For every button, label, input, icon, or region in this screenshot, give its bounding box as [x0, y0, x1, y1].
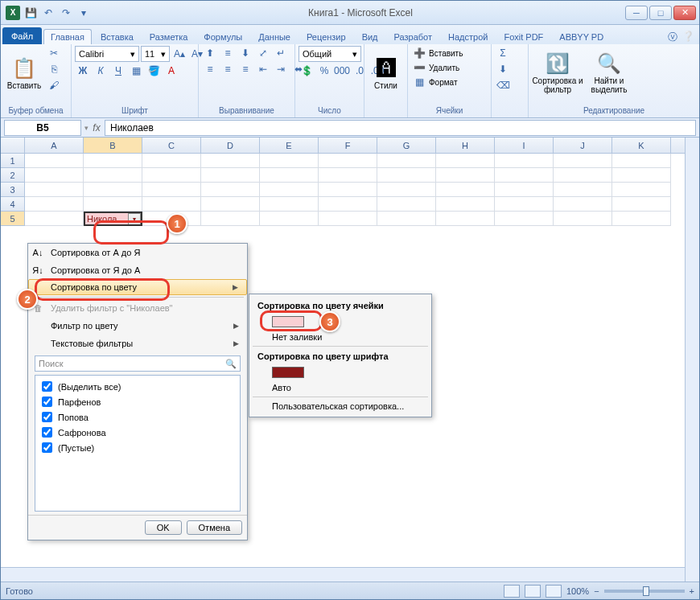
zoom-in-icon[interactable]: + — [690, 586, 694, 596]
cell[interactable] — [554, 183, 612, 197]
copy-icon[interactable]: ⎘ — [46, 62, 62, 76]
cell[interactable] — [201, 212, 260, 226]
col-header[interactable]: E — [260, 138, 319, 153]
indent-dec-icon[interactable]: ⇤ — [255, 62, 271, 76]
cell[interactable] — [495, 183, 554, 197]
cell[interactable] — [377, 212, 436, 226]
cell[interactable] — [260, 197, 319, 212]
currency-icon[interactable]: 💲 — [299, 64, 315, 78]
name-box[interactable]: B5 — [4, 120, 81, 136]
ok-button[interactable]: OK — [145, 520, 182, 535]
custom-sort-item[interactable]: Пользовательская сортировка... — [249, 399, 431, 413]
cell[interactable] — [260, 183, 319, 197]
filter-check-item[interactable]: (Пустые) — [39, 440, 237, 455]
cell[interactable] — [260, 154, 319, 168]
border-icon[interactable]: ▦ — [128, 64, 144, 78]
row-header[interactable]: 4 — [1, 197, 25, 212]
cell[interactable] — [554, 168, 612, 183]
zoom-slider[interactable] — [604, 590, 685, 593]
cell[interactable] — [612, 197, 671, 212]
cell[interactable] — [260, 168, 319, 183]
italic-button[interactable]: К — [93, 64, 109, 78]
cell[interactable] — [495, 154, 554, 168]
filter-search-input[interactable]: Поиск 🔍 — [35, 355, 241, 372]
cell[interactable] — [319, 197, 377, 212]
cell[interactable] — [25, 168, 84, 183]
cell[interactable] — [201, 168, 260, 183]
row-header[interactable]: 2 — [1, 168, 25, 183]
qat-dropdown-icon[interactable]: ▾ — [76, 6, 91, 20]
cell[interactable] — [377, 154, 436, 168]
sort-color-pink[interactable] — [249, 314, 431, 330]
col-header[interactable]: I — [495, 138, 554, 153]
ribbon-minimize-icon[interactable]: ⓥ — [668, 31, 677, 44]
align-left-icon[interactable]: ≡ — [202, 62, 218, 76]
tab-abbyy[interactable]: ABBYY PD — [552, 29, 611, 44]
cell[interactable] — [436, 212, 495, 226]
col-header[interactable]: F — [319, 138, 377, 153]
normal-view-icon[interactable] — [504, 585, 520, 598]
cell[interactable] — [436, 197, 495, 212]
insert-cells-icon[interactable]: ➕ — [411, 46, 427, 60]
tab-formulas[interactable]: Формулы — [196, 29, 249, 44]
font-name-combo[interactable]: Calibri▾ — [75, 46, 139, 62]
col-header[interactable]: A — [25, 138, 84, 153]
clear-icon[interactable]: ⌫ — [495, 78, 511, 92]
delete-cells-icon[interactable]: ➖ — [411, 60, 427, 75]
cell[interactable] — [436, 183, 495, 197]
row-header[interactable]: 3 — [1, 183, 25, 197]
cell[interactable] — [84, 168, 142, 183]
vertical-scrollbar[interactable] — [685, 138, 699, 582]
tab-developer[interactable]: Разработ — [387, 29, 439, 44]
col-header[interactable]: G — [377, 138, 436, 153]
cell[interactable]: Никола▾ — [84, 212, 142, 226]
sort-by-color-item[interactable]: Сортировка по цвету ▶ — [28, 279, 247, 295]
filter-by-color-item[interactable]: Фильтр по цвету ▶ — [28, 317, 247, 335]
grow-font-icon[interactable]: A▴ — [171, 47, 187, 61]
cell[interactable] — [377, 168, 436, 183]
filter-dropdown-button[interactable]: ▾ — [128, 213, 141, 225]
percent-icon[interactable]: % — [316, 64, 332, 78]
sort-color-darkred[interactable] — [249, 364, 431, 380]
cell[interactable] — [554, 212, 612, 226]
sort-no-fill[interactable]: Нет заливки — [249, 330, 431, 344]
close-button[interactable]: ✕ — [673, 6, 696, 20]
sort-filter-button[interactable]: 🔃 Сортировка и фильтр — [532, 46, 583, 99]
col-header[interactable]: D — [201, 138, 260, 153]
tab-review[interactable]: Рецензир — [299, 29, 353, 44]
sort-auto[interactable]: Авто — [249, 380, 431, 395]
cell[interactable] — [495, 197, 554, 212]
cell[interactable] — [319, 183, 377, 197]
cell[interactable] — [377, 197, 436, 212]
filter-check-item[interactable]: Сафронова — [39, 425, 237, 440]
find-select-button[interactable]: 🔍 Найти и выделить — [585, 46, 633, 99]
cell[interactable] — [25, 183, 84, 197]
cell[interactable] — [436, 168, 495, 183]
tab-view[interactable]: Вид — [355, 29, 385, 44]
cell[interactable] — [84, 197, 142, 212]
cell[interactable] — [25, 154, 84, 168]
cell[interactable] — [612, 212, 671, 226]
cell[interactable] — [142, 154, 201, 168]
cell[interactable] — [201, 183, 260, 197]
orientation-icon[interactable]: ⤢ — [255, 46, 271, 60]
underline-button[interactable]: Ч — [110, 64, 126, 78]
fill-color-icon[interactable]: 🪣 — [146, 64, 162, 78]
tab-file[interactable]: Файл — [2, 27, 42, 44]
row-header[interactable]: 5 — [1, 212, 25, 226]
page-layout-view-icon[interactable] — [525, 585, 541, 598]
sort-az-item[interactable]: А↓ Сортировка от А до Я — [28, 244, 247, 261]
cell[interactable] — [377, 183, 436, 197]
cell[interactable] — [319, 212, 377, 226]
col-header[interactable]: H — [436, 138, 495, 153]
cell[interactable] — [201, 197, 260, 212]
col-header[interactable]: C — [142, 138, 201, 153]
align-middle-icon[interactable]: ≡ — [220, 46, 236, 60]
tab-data[interactable]: Данные — [251, 29, 298, 44]
cell[interactable] — [495, 168, 554, 183]
col-header[interactable]: K — [612, 138, 671, 153]
cell[interactable] — [260, 212, 319, 226]
filter-check-item[interactable]: (Выделить все) — [39, 379, 237, 394]
fill-icon[interactable]: ⬇ — [495, 62, 511, 76]
cell[interactable] — [84, 154, 142, 168]
